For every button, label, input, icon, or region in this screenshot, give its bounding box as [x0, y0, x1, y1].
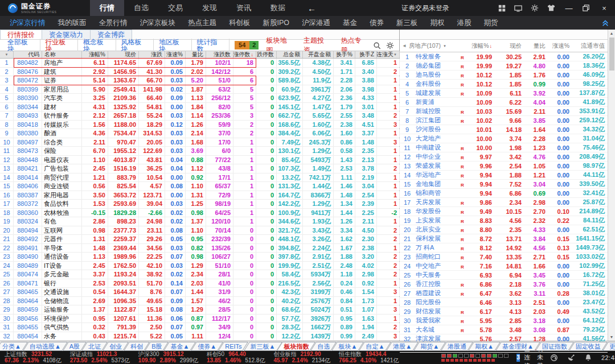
cell-stock-name[interactable]: 金科股份 — [415, 80, 460, 88]
cell-stock-name[interactable]: 特发服务 — [415, 52, 460, 61]
index-quote[interactable]: 上证指数3231.5267.362.13%4108亿 — [5, 351, 62, 363]
table-settings-gear-icon[interactable] — [386, 42, 394, 49]
sector-row[interactable]: 16880387家用电器3.503653.72123.710.001.3172/… — [0, 191, 399, 200]
bell-icon[interactable] — [584, 354, 592, 362]
market-tab[interactable]: 自定▲ — [359, 342, 391, 351]
market-tab[interactable]: 基金▲ — [164, 342, 195, 351]
column-header[interactable]: 量比 — [524, 42, 548, 50]
cell-stock-name[interactable]: 保利发展 — [415, 234, 460, 243]
stock-row[interactable]: 3迪马股份R10.121.851.760.0046.09亿 — [400, 71, 608, 80]
column-header[interactable]: 换手% — [334, 51, 355, 58]
satellite-dish-icon[interactable] — [567, 354, 575, 362]
sector-row[interactable]: 24880489IT设备2.451762.5042.100.031.2951/1… — [0, 262, 399, 271]
sector-row[interactable]: 32880454水务0.431215.745.220.051.1112/4001… — [0, 332, 399, 341]
stock-row[interactable]: 26香江控股R6.862.183.760.0071.25亿 — [400, 280, 608, 289]
column-header[interactable]: 涨跌数 — [206, 51, 233, 58]
stock-row[interactable]: 19上实发展R8.834.562.320.2284.11亿 — [400, 216, 608, 225]
board-category-tab[interactable]: 概念板块 — [78, 39, 116, 52]
stock-row[interactable]: 6新黄浦10.096.224.040.0041.89亿 — [400, 98, 608, 107]
subnav-item[interactable]: 新股IPO — [257, 16, 296, 30]
sector-row[interactable]: 17880372食品饮料1.532593.6939.040.031.2598/1… — [0, 200, 399, 209]
index-quote[interactable]: 沪深3003915.12109.902.89%2999亿 — [138, 351, 198, 363]
subnav-item[interactable]: 期权 — [424, 16, 451, 30]
subnav-item[interactable]: 基金 — [337, 16, 363, 30]
column-header[interactable]: 涨速% — [548, 42, 572, 50]
cell-stock-name[interactable]: 中华企业 — [415, 152, 460, 161]
cell-stock-name[interactable]: 香江控股 — [415, 280, 460, 288]
sector-row[interactable]: 31880455供气供热0.32791.392.500.070.9734/900… — [0, 323, 399, 332]
sector-row[interactable]: 27880465交通设施0.541644.378.760.071.4431/90… — [0, 288, 399, 297]
stock-row[interactable]: 8滨江集团R10.029.663.850.00259.12亿 — [400, 116, 608, 125]
cell-stock-name[interactable]: 城建发展 — [415, 89, 460, 97]
stock-row[interactable]: 4金科股份R10.121.850.990.0098.25亿 — [400, 80, 608, 89]
constituents-title[interactable]: 房地产(107) — [409, 42, 441, 50]
stock-row[interactable]: 14华远地产R9.941.881.210.0044.11亿 — [400, 171, 608, 180]
cell-stock-name[interactable]: 我爱我家 — [415, 316, 460, 325]
stock-row[interactable]: 13荣盛发展R9.962.541.050.0098.97亿 — [400, 162, 608, 171]
cell-stock-name[interactable]: 栖霞建设 — [415, 289, 460, 297]
sector-row[interactable]: 22880491半导体1.482369.4434.560.030.82135/2… — [0, 244, 399, 253]
cell-stock-name[interactable]: 大龙地产 — [415, 134, 460, 143]
sector-row[interactable]: 28880464仓储物流2.691096.3549.650.091.5746/2… — [0, 297, 399, 306]
column-header[interactable]: 开盘金额 — [303, 51, 334, 58]
stock-row[interactable]: 18华发股份R9.4910.152.700.10214.89亿 — [400, 207, 608, 216]
sector-row[interactable]: 5880390汽车类3.252109.3666.400.091.13256/12… — [0, 94, 399, 103]
subnav-item[interactable]: 科创板 — [223, 16, 257, 30]
cell-stock-name[interactable]: 锦和商管 — [415, 189, 460, 197]
stock-row[interactable]: 17天房发展R9.862.342.980.0025.87亿 — [400, 198, 608, 207]
cell-stock-name[interactable]: 上实发展 — [415, 216, 460, 225]
index-quote[interactable]: 恒生指数19434.4766.254.10%1421亿 — [339, 351, 399, 363]
sector-row[interactable]: 1880482房地产6.111174.6567.690.091.79102/11… — [0, 59, 399, 68]
cell-stock-name[interactable]: 迪马股份 — [415, 71, 460, 79]
market-tab[interactable]: 债券▲ — [191, 342, 223, 351]
board-category-tab[interactable]: 地区板块 — [154, 39, 192, 52]
cell-stock-name[interactable]: 阳光股份 — [415, 298, 460, 307]
dropdown-arrow-icon[interactable]: ▼ — [443, 44, 446, 48]
subnav-item[interactable]: 沪深京行情 — [3, 16, 52, 30]
column-header[interactable]: 现价 — [108, 51, 139, 58]
board-category-tab[interactable]: 风格板块 — [116, 39, 154, 52]
column-header[interactable]: 代码 — [14, 51, 42, 58]
sector-row[interactable]: 18880360农林牧渔-0.151829.28-2.660.020.9864/… — [0, 209, 399, 218]
sector-row[interactable]: 30880456环境保护0.951207.6111.360.060.87112/… — [0, 315, 399, 324]
index-quote[interactable]: 科创50964.4013.851.46%512.8亿 — [207, 351, 265, 363]
connection-count-badge[interactable]: 3 — [516, 354, 520, 362]
market-tab[interactable]: 期权▲ — [469, 342, 500, 351]
subnav-item[interactable]: 全景行情 — [93, 16, 134, 30]
stock-row[interactable]: 24中交地产R7.1614.811.660.00102.99亿 — [400, 262, 608, 271]
sector-row[interactable]: 7880493软件服务2.122657.1855.240.031.14253/3… — [0, 111, 399, 121]
cell-stock-name[interactable]: 金地集团 — [415, 180, 460, 188]
subnav-item[interactable]: 热点主题 — [182, 16, 223, 30]
column-header[interactable]: 涨停数↓ — [233, 51, 256, 58]
subnav-item[interactable]: 沪深京板块 — [134, 16, 182, 30]
stock-row[interactable]: 23招商蛇口R7.4013.352.710.151033.02亿 — [400, 253, 608, 262]
column-header[interactable]: 涨幅%↓ — [467, 42, 494, 50]
stock-row[interactable]: 31大名城R5.783.483.080.8779.23亿 — [400, 325, 608, 334]
column-header[interactable]: 量比 — [186, 51, 206, 58]
column-header[interactable]: 流通市值 — [572, 42, 607, 50]
sector-row[interactable]: 9880380酿酒4.367534.47314.530.032.1437/020… — [0, 129, 399, 138]
sector-row[interactable]: 15880406商业连锁0.56825.544.570.081.1065/371… — [0, 182, 399, 191]
subnav-item[interactable]: 我的版面 — [52, 16, 93, 30]
stock-row[interactable]: 9沙河股份10.0114.181.640.0034.32亿 — [400, 125, 608, 134]
menubar-item[interactable]: 行情 — [90, 0, 124, 16]
stock-row[interactable]: 10大龙地产10.003.742.280.0031.04亿 — [400, 134, 608, 143]
cell-stock-name[interactable]: 天房发展 — [415, 198, 460, 206]
subnav-item[interactable]: 期货 — [478, 16, 505, 30]
sector-row[interactable]: 4880399家居用品5.902549.41141.980.021.8763/2… — [0, 85, 399, 94]
cell-stock-name[interactable]: 招商蛇口 — [415, 253, 460, 261]
collapse-panel-icon[interactable] — [601, 19, 615, 27]
menubar-item[interactable]: 自选 — [124, 0, 158, 16]
column-header[interactable]: 涨幅% — [82, 51, 108, 58]
column-header[interactable]: 总金额 — [277, 51, 303, 58]
scroll-down-icon[interactable]: ▼ — [610, 333, 614, 341]
stock-row[interactable]: 20北辰实业R8.802.354.330.0062.51亿 — [400, 225, 608, 234]
sector-row[interactable]: 21880492元器件1.312259.3729.260.050.95232/3… — [0, 235, 399, 244]
stock-row[interactable]: 2德必集团R19.9919.274.800.0018.36亿 — [400, 61, 608, 71]
market-tab[interactable]: 期货▲ — [414, 342, 445, 351]
stock-row[interactable]: 28阳光股份6.463.132.510.0023.47亿 — [400, 298, 608, 307]
stock-row[interactable]: 27栖霞建设R6.473.623.110.2838.01亿 — [400, 289, 608, 298]
service-icon[interactable] — [550, 354, 558, 362]
scroll-up-icon[interactable]: ▲ — [610, 30, 614, 37]
market-tab[interactable]: 基金理财▲ — [496, 342, 540, 351]
